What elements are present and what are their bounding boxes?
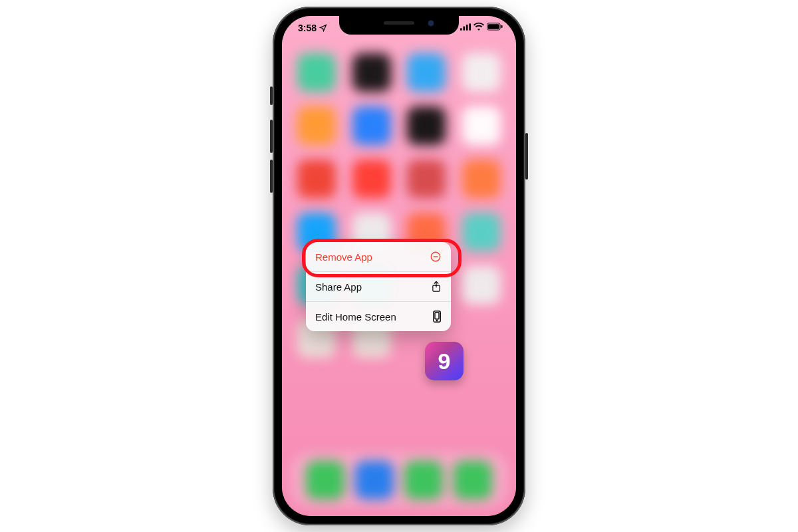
svg-rect-5	[488, 24, 499, 29]
menu-item-edit-home-screen[interactable]: Edit Home Screen	[306, 301, 451, 331]
svg-rect-6	[501, 25, 502, 28]
battery-icon	[487, 23, 503, 31]
menu-item-remove-app[interactable]: Remove App	[306, 242, 451, 271]
cellular-icon	[460, 23, 471, 31]
side-button	[525, 133, 528, 180]
focused-app-glyph: 9	[438, 348, 451, 374]
location-icon	[319, 24, 327, 32]
menu-item-share-app[interactable]: Share App	[306, 271, 451, 301]
share-icon	[431, 281, 442, 293]
screen[interactable]: 3:58 Remove App Share App	[282, 16, 516, 516]
notch	[339, 16, 459, 35]
mute-switch	[270, 86, 273, 105]
front-camera	[428, 21, 434, 26]
svg-rect-0	[460, 28, 462, 31]
menu-item-label: Edit Home Screen	[315, 311, 396, 323]
context-menu: Remove App Share App Edit Home Screen	[306, 242, 451, 331]
svg-rect-1	[463, 26, 465, 30]
svg-point-12	[436, 320, 438, 321]
menu-item-label: Remove App	[315, 251, 372, 263]
iphone-frame: 3:58 Remove App Share App	[273, 7, 525, 525]
volume-up-button	[270, 120, 273, 153]
minus-circle-icon	[430, 251, 442, 263]
menu-item-label: Share App	[315, 281, 362, 293]
status-time: 3:58	[298, 23, 317, 33]
canvas: 3:58 Remove App Share App	[0, 0, 798, 532]
volume-down-button	[270, 160, 273, 193]
svg-rect-11	[435, 313, 439, 319]
svg-rect-3	[469, 23, 471, 31]
focused-app-icon[interactable]: 9	[425, 342, 464, 380]
dock	[290, 452, 508, 508]
wifi-icon	[473, 23, 484, 31]
phone-device-icon	[432, 311, 442, 323]
earpiece	[384, 21, 414, 25]
svg-rect-2	[466, 24, 468, 30]
